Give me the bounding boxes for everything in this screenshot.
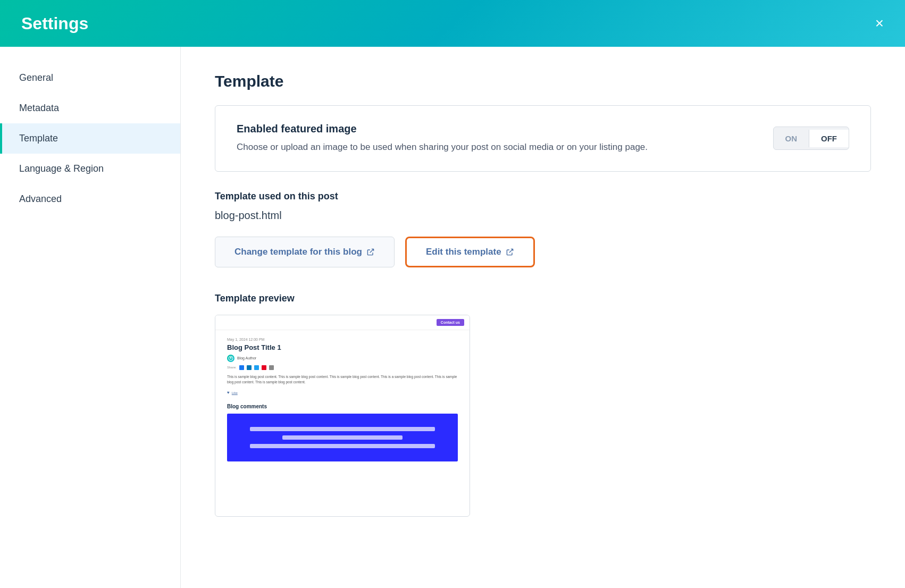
preview-body-text: This is sample blog post content. This i… [227, 374, 458, 385]
external-link-icon [366, 248, 375, 256]
featured-image-toggle[interactable]: ON OFF [773, 127, 850, 150]
sidebar-item-general[interactable]: General [0, 63, 180, 93]
template-preview-frame: Contact us May 1, 2024 12:00 PM Blog Pos… [215, 315, 470, 517]
template-filename: blog-post.html [215, 209, 871, 222]
preview-nav: Contact us [215, 315, 470, 330]
email-share-icon [269, 365, 274, 370]
close-button[interactable]: × [875, 16, 884, 31]
page-title: Template [215, 72, 871, 90]
linkedin-share-icon [247, 365, 252, 370]
featured-image-label: Enabled featured image [237, 123, 648, 135]
card-content: Enabled featured image Choose or upload … [237, 123, 648, 154]
sidebar: General Metadata Template Language & Reg… [0, 47, 181, 588]
svg-point-1 [230, 357, 232, 358]
preview-comment-line-3 [250, 444, 435, 448]
toggle-off-option[interactable]: OFF [809, 130, 849, 147]
preview-comments-label: Blog comments [227, 404, 458, 409]
preview-comments-block [227, 414, 458, 461]
preview-inner: Contact us May 1, 2024 12:00 PM Blog Pos… [215, 315, 470, 516]
sidebar-item-metadata[interactable]: Metadata [0, 93, 180, 123]
template-used-label: Template used on this post [215, 191, 871, 202]
modal-title: Settings [21, 14, 88, 33]
preview-share-row: Share: [227, 365, 458, 370]
preview-content: May 1, 2024 12:00 PM Blog Post Title 1 B… [215, 330, 470, 469]
sidebar-item-language-region[interactable]: Language & Region [0, 154, 180, 184]
change-template-button[interactable]: Change template for this blog [215, 237, 395, 267]
preview-like-row: ♥ Like [227, 390, 458, 395]
preview-author-icon [227, 355, 234, 362]
preview-author-row: Blog Author [227, 355, 458, 362]
template-preview-label: Template preview [215, 293, 871, 304]
preview-comment-line-1 [250, 427, 435, 431]
featured-image-card: Enabled featured image Choose or upload … [215, 105, 871, 172]
twitter-share-icon [254, 365, 259, 370]
preview-post-title: Blog Post Title 1 [227, 343, 458, 351]
action-buttons-row: Change template for this blog Edit this … [215, 237, 871, 267]
edit-template-button[interactable]: Edit this template [405, 237, 535, 267]
featured-image-description: Choose or upload an image to be used whe… [237, 140, 648, 154]
preview-like-label: Like [232, 391, 238, 394]
external-link-icon-edit [506, 248, 514, 256]
body: General Metadata Template Language & Reg… [0, 47, 905, 588]
sidebar-item-template[interactable]: Template [0, 123, 180, 154]
facebook-share-icon [239, 365, 244, 370]
like-icon: ♥ [227, 390, 230, 395]
preview-share-label: Share: [227, 366, 237, 369]
pinterest-share-icon [262, 365, 266, 370]
header: Settings × [0, 0, 905, 47]
sidebar-item-advanced[interactable]: Advanced [0, 184, 180, 214]
preview-nav-button: Contact us [437, 319, 464, 326]
preview-author-name: Blog Author [237, 356, 256, 360]
settings-modal: Settings × General Metadata Template Lan… [0, 0, 905, 588]
preview-comment-line-2 [282, 435, 403, 440]
preview-date: May 1, 2024 12:00 PM [227, 338, 458, 341]
toggle-on-option[interactable]: ON [774, 130, 809, 147]
main-content: Template Enabled featured image Choose o… [181, 47, 905, 588]
